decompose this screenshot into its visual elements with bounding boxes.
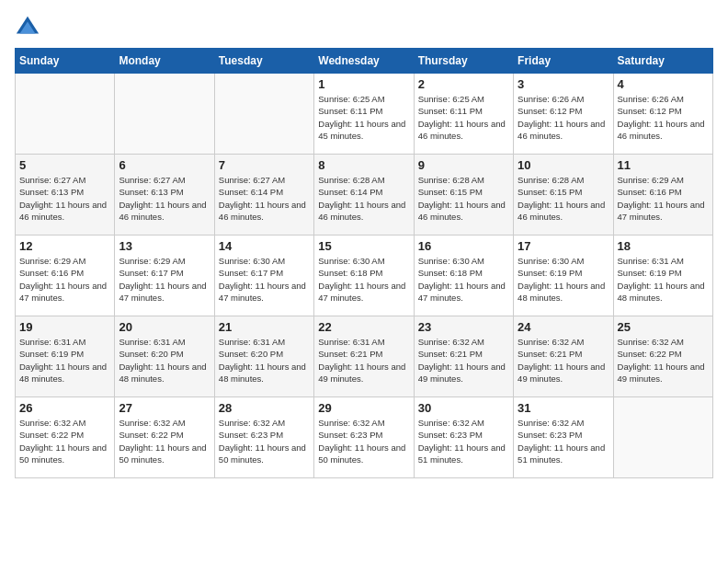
calendar-cell: 19Sunrise: 6:31 AMSunset: 6:19 PMDayligh… [16,316,115,397]
day-of-week-header: Sunday [16,49,115,74]
calendar-week-row: 5Sunrise: 6:27 AMSunset: 6:13 PMDaylight… [16,155,713,236]
day-number: 19 [19,320,110,334]
day-number: 22 [318,320,409,334]
day-info: Sunrise: 6:31 AMSunset: 6:21 PMDaylight:… [318,336,409,385]
calendar-cell: 26Sunrise: 6:32 AMSunset: 6:22 PMDayligh… [16,397,115,478]
day-number: 9 [418,158,509,172]
day-of-week-header: Tuesday [214,49,313,74]
day-number: 15 [318,239,409,253]
calendar-cell [214,74,313,155]
day-number: 28 [219,401,310,415]
day-info: Sunrise: 6:32 AMSunset: 6:21 PMDaylight:… [418,336,509,385]
day-number: 21 [219,320,310,334]
day-number: 4 [618,77,709,91]
calendar-cell [16,74,115,155]
day-of-week-header: Friday [514,49,613,74]
day-number: 16 [418,239,509,253]
calendar-cell: 4Sunrise: 6:26 AMSunset: 6:12 PMDaylight… [613,74,712,155]
day-number: 23 [418,320,509,334]
day-of-week-header: Wednesday [314,49,414,74]
logo [15,15,44,40]
day-info: Sunrise: 6:29 AMSunset: 6:16 PMDaylight:… [19,255,110,304]
calendar-cell: 17Sunrise: 6:30 AMSunset: 6:19 PMDayligh… [514,236,613,316]
day-number: 27 [119,401,210,415]
calendar-cell: 23Sunrise: 6:32 AMSunset: 6:21 PMDayligh… [414,316,513,397]
day-info: Sunrise: 6:29 AMSunset: 6:16 PMDaylight:… [618,174,709,223]
calendar-cell: 5Sunrise: 6:27 AMSunset: 6:13 PMDaylight… [16,155,115,236]
day-info: Sunrise: 6:27 AMSunset: 6:14 PMDaylight:… [219,174,310,223]
day-info: Sunrise: 6:32 AMSunset: 6:22 PMDaylight:… [119,417,210,465]
calendar-week-row: 12Sunrise: 6:29 AMSunset: 6:16 PMDayligh… [16,236,713,316]
day-info: Sunrise: 6:31 AMSunset: 6:19 PMDaylight:… [618,255,709,304]
day-info: Sunrise: 6:30 AMSunset: 6:18 PMDaylight:… [318,255,409,304]
day-info: Sunrise: 6:30 AMSunset: 6:19 PMDaylight:… [518,255,609,304]
calendar-cell: 10Sunrise: 6:28 AMSunset: 6:15 PMDayligh… [514,155,613,236]
day-number: 17 [518,239,609,253]
day-number: 5 [19,158,110,172]
calendar-header-row: SundayMondayTuesdayWednesdayThursdayFrid… [16,49,713,74]
day-of-week-header: Thursday [414,49,513,74]
calendar-cell: 12Sunrise: 6:29 AMSunset: 6:16 PMDayligh… [16,236,115,316]
day-info: Sunrise: 6:26 AMSunset: 6:12 PMDaylight:… [618,93,709,142]
day-info: Sunrise: 6:31 AMSunset: 6:19 PMDaylight:… [19,336,110,385]
day-number: 14 [219,239,310,253]
calendar-cell [115,74,214,155]
calendar-cell: 14Sunrise: 6:30 AMSunset: 6:17 PMDayligh… [214,236,313,316]
calendar-cell: 9Sunrise: 6:28 AMSunset: 6:15 PMDaylight… [414,155,513,236]
calendar-cell: 28Sunrise: 6:32 AMSunset: 6:23 PMDayligh… [214,397,313,478]
calendar-cell: 24Sunrise: 6:32 AMSunset: 6:21 PMDayligh… [514,316,613,397]
day-number: 30 [418,401,509,415]
day-info: Sunrise: 6:25 AMSunset: 6:11 PMDaylight:… [418,93,509,142]
day-number: 20 [119,320,210,334]
calendar-table: SundayMondayTuesdayWednesdayThursdayFrid… [15,48,713,478]
day-of-week-header: Saturday [613,49,712,74]
day-number: 12 [19,239,110,253]
day-number: 31 [518,401,609,415]
day-number: 2 [418,77,509,91]
day-info: Sunrise: 6:27 AMSunset: 6:13 PMDaylight:… [19,174,110,223]
calendar-cell: 15Sunrise: 6:30 AMSunset: 6:18 PMDayligh… [314,236,414,316]
day-info: Sunrise: 6:32 AMSunset: 6:21 PMDaylight:… [518,336,609,385]
day-number: 8 [318,158,409,172]
calendar-cell: 3Sunrise: 6:26 AMSunset: 6:12 PMDaylight… [514,74,613,155]
day-number: 25 [618,320,709,334]
day-info: Sunrise: 6:32 AMSunset: 6:23 PMDaylight:… [518,417,609,465]
day-info: Sunrise: 6:32 AMSunset: 6:23 PMDaylight:… [418,417,509,465]
calendar-cell: 21Sunrise: 6:31 AMSunset: 6:20 PMDayligh… [214,316,313,397]
page-header [15,15,713,40]
calendar-cell: 1Sunrise: 6:25 AMSunset: 6:11 PMDaylight… [314,74,414,155]
day-info: Sunrise: 6:31 AMSunset: 6:20 PMDaylight:… [219,336,310,385]
calendar-cell: 7Sunrise: 6:27 AMSunset: 6:14 PMDaylight… [214,155,313,236]
day-number: 1 [318,77,409,91]
calendar-cell: 29Sunrise: 6:32 AMSunset: 6:23 PMDayligh… [314,397,414,478]
day-number: 3 [518,77,609,91]
day-number: 7 [219,158,310,172]
calendar-cell: 22Sunrise: 6:31 AMSunset: 6:21 PMDayligh… [314,316,414,397]
day-number: 13 [119,239,210,253]
calendar-cell: 2Sunrise: 6:25 AMSunset: 6:11 PMDaylight… [414,74,513,155]
day-info: Sunrise: 6:32 AMSunset: 6:22 PMDaylight:… [19,417,110,465]
day-number: 24 [518,320,609,334]
day-info: Sunrise: 6:25 AMSunset: 6:11 PMDaylight:… [318,93,409,142]
calendar-cell: 27Sunrise: 6:32 AMSunset: 6:22 PMDayligh… [115,397,214,478]
day-info: Sunrise: 6:28 AMSunset: 6:15 PMDaylight:… [518,174,609,223]
calendar-cell: 30Sunrise: 6:32 AMSunset: 6:23 PMDayligh… [414,397,513,478]
day-info: Sunrise: 6:32 AMSunset: 6:22 PMDaylight:… [618,336,709,385]
calendar-week-row: 1Sunrise: 6:25 AMSunset: 6:11 PMDaylight… [16,74,713,155]
day-number: 10 [518,158,609,172]
day-number: 11 [618,158,709,172]
day-number: 18 [618,239,709,253]
day-info: Sunrise: 6:29 AMSunset: 6:17 PMDaylight:… [119,255,210,304]
calendar-cell: 20Sunrise: 6:31 AMSunset: 6:20 PMDayligh… [115,316,214,397]
calendar-cell: 25Sunrise: 6:32 AMSunset: 6:22 PMDayligh… [613,316,712,397]
day-info: Sunrise: 6:32 AMSunset: 6:23 PMDaylight:… [219,417,310,465]
calendar-body: 1Sunrise: 6:25 AMSunset: 6:11 PMDaylight… [16,74,713,478]
day-info: Sunrise: 6:26 AMSunset: 6:12 PMDaylight:… [518,93,609,142]
calendar-week-row: 26Sunrise: 6:32 AMSunset: 6:22 PMDayligh… [16,397,713,478]
calendar-cell [613,397,712,478]
day-info: Sunrise: 6:30 AMSunset: 6:17 PMDaylight:… [219,255,310,304]
day-info: Sunrise: 6:28 AMSunset: 6:15 PMDaylight:… [418,174,509,223]
day-info: Sunrise: 6:28 AMSunset: 6:14 PMDaylight:… [318,174,409,223]
calendar-cell: 11Sunrise: 6:29 AMSunset: 6:16 PMDayligh… [613,155,712,236]
calendar-cell: 6Sunrise: 6:27 AMSunset: 6:13 PMDaylight… [115,155,214,236]
